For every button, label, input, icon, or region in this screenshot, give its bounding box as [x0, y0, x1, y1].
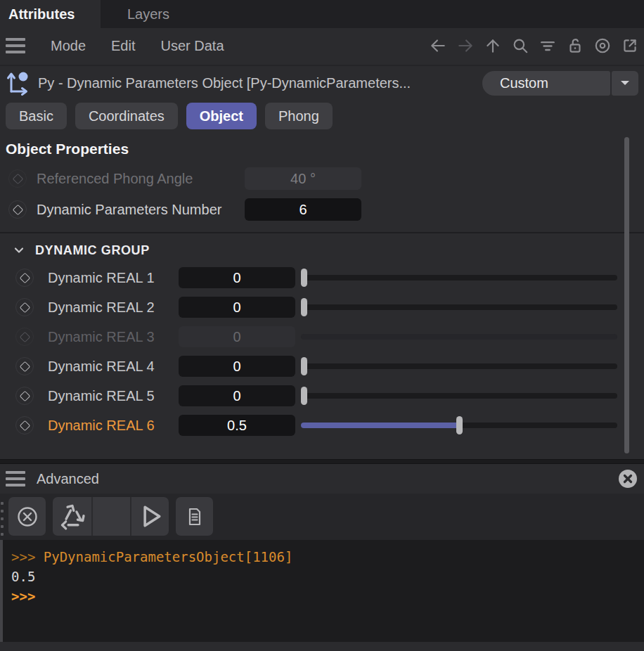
- param-label: Dynamic REAL 3: [48, 329, 179, 345]
- tab-object[interactable]: Object: [186, 103, 257, 129]
- menu-edit[interactable]: Edit: [111, 38, 135, 54]
- menu-bar: Mode Edit User Data: [0, 28, 644, 63]
- keyframe-diamond-icon[interactable]: [8, 200, 27, 219]
- dynamic-real-5-slider[interactable]: [301, 385, 617, 406]
- panel-divider[interactable]: [0, 459, 644, 464]
- tab-attributes[interactable]: Attributes: [0, 0, 101, 28]
- chevron-down-icon[interactable]: [612, 71, 638, 96]
- dynamic-real-3-slider: [301, 326, 617, 347]
- keyframe-diamond-icon[interactable]: [8, 169, 27, 188]
- forward-icon[interactable]: [456, 36, 475, 56]
- row-dynamic-real-1: Dynamic REAL 1 0: [0, 267, 644, 288]
- keyframe-diamond-icon[interactable]: [15, 269, 34, 287]
- menu-mode[interactable]: Mode: [51, 38, 86, 54]
- advanced-menu-icon[interactable]: [6, 471, 25, 486]
- preset-value[interactable]: Custom: [482, 71, 610, 96]
- dynamic-real-4-value[interactable]: 0: [179, 356, 295, 377]
- object-header-row: Py - Dynamic Parameters Object [Py-Dynam…: [0, 65, 644, 100]
- slider-handle[interactable]: [301, 357, 307, 375]
- panel-menu-icon[interactable]: [6, 38, 25, 53]
- console-line-command: >>> PyDynamicParametersObject[1106]: [11, 547, 636, 567]
- keyframe-diamond-icon[interactable]: [15, 387, 34, 405]
- empty-toolbar-slot[interactable]: [91, 497, 130, 536]
- up-icon[interactable]: [483, 36, 503, 56]
- dynamic-real-4-slider[interactable]: [301, 356, 617, 377]
- close-icon[interactable]: [619, 470, 637, 488]
- dynamic-real-5-value[interactable]: 0: [179, 385, 295, 406]
- dynamic-real-1-slider[interactable]: [301, 267, 617, 288]
- slider-handle[interactable]: [301, 298, 307, 316]
- dynamic-parameters-number-field[interactable]: 6: [245, 198, 361, 221]
- target-icon[interactable]: [593, 36, 612, 56]
- tab-layers-label: Layers: [127, 6, 169, 22]
- dynamic-real-2-slider[interactable]: [301, 297, 617, 318]
- row-dynamic-real-5: Dynamic REAL 5 0: [0, 385, 644, 406]
- dynamic-real-1-value[interactable]: 0: [179, 267, 295, 288]
- console-mode-group: [53, 497, 169, 536]
- dynamic-group-title: DYNAMIC GROUP: [35, 243, 150, 258]
- console-line-output: 0.5: [11, 567, 636, 586]
- keyframe-diamond-icon[interactable]: [15, 357, 34, 375]
- preset-dropdown: Custom: [482, 71, 638, 96]
- advanced-title: Advanced: [37, 471, 99, 487]
- back-icon[interactable]: [428, 36, 448, 56]
- object-axis-icon: [6, 70, 31, 96]
- slider-handle[interactable]: [301, 269, 307, 287]
- row-dynamic-real-2: Dynamic REAL 2 0: [0, 297, 644, 318]
- keyframe-diamond-icon: [15, 328, 34, 346]
- param-label: Dynamic Parameters Number: [37, 202, 245, 218]
- python-console[interactable]: >>> PyDynamicParametersObject[1106] 0.5 …: [0, 540, 644, 642]
- section-separator: [0, 232, 644, 233]
- slider-handle[interactable]: [301, 387, 307, 405]
- tab-basic[interactable]: Basic: [6, 103, 67, 129]
- param-label: Dynamic REAL 6: [48, 418, 179, 434]
- row-referenced-phong-angle: Referenced Phong Angle 40 °: [0, 167, 644, 190]
- console-toolbar: [0, 494, 644, 540]
- tab-layers[interactable]: Layers: [101, 0, 196, 28]
- param-label: Dynamic REAL 1: [48, 270, 179, 286]
- unlock-icon[interactable]: [565, 36, 585, 56]
- dynamic-real-2-value[interactable]: 0: [179, 297, 295, 318]
- tab-coordinates[interactable]: Coordinates: [75, 103, 178, 129]
- vertical-scrollbar[interactable]: [624, 137, 629, 453]
- row-dynamic-parameters-number: Dynamic Parameters Number 6: [0, 198, 644, 221]
- external-link-icon[interactable]: [620, 36, 640, 56]
- search-icon[interactable]: [510, 36, 530, 56]
- circle-x-icon: [15, 504, 40, 529]
- menu-icon-group: [428, 36, 640, 56]
- param-label: Dynamic REAL 2: [48, 299, 179, 316]
- row-dynamic-real-4: Dynamic REAL 4 0: [0, 356, 644, 377]
- row-dynamic-real-3: Dynamic REAL 3 0: [0, 326, 644, 347]
- referenced-phong-angle-field: 40 °: [245, 167, 361, 190]
- advanced-header: Advanced: [0, 464, 644, 494]
- recycle-icon: [53, 497, 91, 536]
- dynamic-real-6-slider[interactable]: [301, 415, 617, 436]
- run-script-button[interactable]: [130, 497, 169, 536]
- document-icon: [182, 504, 207, 529]
- keyframe-diamond-icon[interactable]: [15, 298, 34, 316]
- param-label: Referenced Phong Angle: [37, 171, 245, 187]
- section-tabs: Basic Coordinates Object Phong: [6, 103, 333, 129]
- play-icon: [131, 498, 169, 535]
- reload-button[interactable]: [53, 497, 91, 536]
- dynamic-real-6-value[interactable]: 0.5: [179, 415, 295, 436]
- param-label: Dynamic REAL 4: [48, 359, 179, 375]
- panel-tabstrip: Attributes Layers: [0, 0, 644, 28]
- console-prompt[interactable]: >>>: [11, 586, 636, 606]
- slider-handle[interactable]: [456, 416, 463, 434]
- tab-attributes-label: Attributes: [8, 6, 75, 22]
- filter-icon[interactable]: [538, 36, 558, 56]
- script-log-button[interactable]: [176, 497, 213, 536]
- attribute-manager-window: Attributes Layers Mode Edit User Data: [0, 0, 644, 651]
- clear-console-button[interactable]: [8, 497, 46, 536]
- menu-user-data[interactable]: User Data: [161, 38, 224, 54]
- object-title: Py - Dynamic Parameters Object [Py-Dynam…: [38, 75, 411, 91]
- object-properties-heading: Object Properties: [6, 141, 644, 157]
- drag-handle-icon[interactable]: [1, 502, 4, 536]
- dynamic-group-header[interactable]: DYNAMIC GROUP: [13, 242, 644, 259]
- keyframe-diamond-icon[interactable]: [15, 416, 34, 434]
- param-label: Dynamic REAL 5: [48, 388, 179, 404]
- row-dynamic-real-6: Dynamic REAL 6 0.5: [0, 415, 644, 436]
- attributes-content: Object Properties Referenced Phong Angle…: [0, 134, 644, 459]
- tab-phong[interactable]: Phong: [265, 103, 333, 129]
